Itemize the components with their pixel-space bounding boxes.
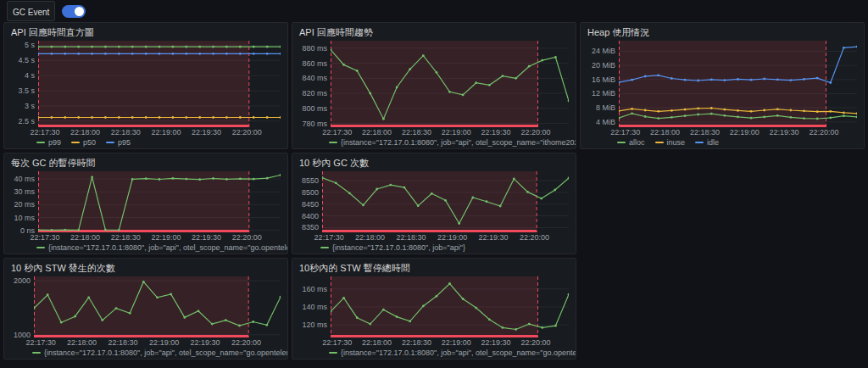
data-point (225, 116, 228, 119)
y-axis-label: 4 MiB (596, 118, 615, 126)
legend-swatch-icon (655, 142, 664, 143)
data-point (389, 184, 392, 187)
data-point (554, 325, 557, 327)
y-axis: 10002000 (9, 276, 34, 347)
y-axis-label: 2.5 s (18, 117, 35, 125)
x-axis-label: 22:18:00 (67, 338, 97, 347)
chart-canvas[interactable] (322, 171, 569, 232)
data-point (280, 296, 281, 298)
y-axis-label: 4 s (25, 71, 35, 80)
panel-title[interactable]: 10 秒內 STW 發生的次數 (4, 259, 287, 275)
data-point (51, 116, 53, 119)
chart-canvas[interactable] (34, 276, 281, 337)
data-point (488, 318, 491, 321)
x-axis-label: 22:18:30 (108, 338, 138, 347)
plot-wrap: 22:17:3022:18:0022:18:3022:19:0022:19:30… (38, 41, 281, 137)
y-axis-label: 8450 (302, 200, 319, 209)
data-point (77, 116, 80, 119)
data-point (185, 178, 187, 181)
legend-item[interactable]: {instance="172.17.0.1:8080", job="api"} (320, 243, 465, 252)
data-point (104, 116, 107, 119)
x-axis-label: 22:17:30 (322, 128, 352, 137)
chart-plot[interactable] (331, 276, 569, 337)
x-axis-label: 22:17:30 (30, 233, 59, 242)
chart-plot[interactable] (38, 41, 281, 127)
y-axis-label: 8500 (302, 188, 319, 197)
data-point (528, 323, 531, 326)
data-point (843, 112, 845, 114)
x-axis-label: 22:19:00 (151, 128, 181, 137)
y-axis: 120 ms140 ms160 ms (298, 276, 331, 347)
chart-canvas[interactable] (331, 276, 569, 337)
legend-item[interactable]: idle (695, 138, 719, 147)
panel-gc-pause-time: 每次 GC 的暫停時間 0 ns10 ms20 ms30 ms40 ms 22:… (3, 153, 288, 254)
legend-item[interactable]: p50 (71, 138, 96, 147)
x-axis-label: 22:18:30 (402, 128, 431, 137)
data-point (64, 116, 66, 119)
data-point (776, 114, 779, 117)
chart-plot[interactable] (619, 41, 857, 127)
plot-wrap: 22:17:3022:18:0022:18:3022:19:0022:19:30… (34, 276, 281, 347)
legend-item[interactable]: {instance="172.17.0.1:8080", job="api", … (32, 348, 287, 357)
data-point (856, 46, 857, 48)
data-point (159, 53, 161, 55)
data-point (77, 53, 80, 55)
data-point (843, 114, 845, 117)
data-point (436, 71, 438, 74)
y-axis-label: 16 MiB (592, 75, 615, 84)
toggle-knob-icon (75, 7, 84, 16)
panel-title[interactable]: 每次 GC 的暫停時間 (4, 153, 287, 170)
legend-item[interactable]: {instance="172.17.0.1:8080", job="api", … (329, 138, 576, 147)
x-axis-label: 22:19:00 (149, 338, 179, 347)
y-axis-label: 12 MiB (592, 89, 615, 98)
data-point (64, 229, 66, 231)
legend-label: {instance="172.17.0.1:8080", job="api", … (48, 243, 287, 252)
legend-item[interactable]: p99 (36, 138, 61, 147)
panel-gc-count: 10 秒內 GC 次數 83508400845085008550 22:17:3… (292, 153, 576, 254)
y-axis-label: 30 ms (14, 187, 35, 196)
chart-plot[interactable] (322, 171, 569, 232)
panel-title[interactable]: Heap 使用情況 (581, 23, 864, 39)
data-point (710, 107, 713, 109)
chart-plot[interactable] (34, 276, 281, 337)
x-axis: 22:17:3022:18:0022:18:3022:19:0022:19:30… (619, 127, 857, 137)
data-point (790, 109, 793, 112)
y-axis-label: 24 MiB (592, 47, 615, 55)
chart-plot[interactable] (38, 171, 281, 232)
data-point (101, 319, 103, 321)
legend-item[interactable]: inuse (655, 138, 686, 147)
legend-swatch-icon (106, 142, 114, 143)
legend-item[interactable]: {instance="172.17.0.1:8080", job="api", … (329, 348, 576, 357)
data-point (118, 53, 120, 55)
chart-canvas[interactable] (38, 171, 281, 232)
data-point (198, 53, 201, 55)
legend-item[interactable]: {instance="172.17.0.1:8080", job="api", … (36, 243, 287, 252)
panel-title[interactable]: API 回應時間直方圖 (4, 23, 287, 39)
chart-canvas[interactable] (38, 41, 281, 127)
panel-heap-usage: Heap 使用情況 4 MiB8 MiB12 MiB16 MiB20 MiB24… (580, 22, 865, 149)
gc-event-toggle[interactable] (62, 5, 86, 18)
gc-event-annotation-control[interactable]: GC Event (7, 1, 55, 21)
data-point (843, 47, 845, 49)
x-axis-label: 22:18:00 (70, 233, 100, 242)
data-point (266, 177, 269, 180)
legend-item[interactable]: alloc (617, 138, 645, 147)
panel-title[interactable]: 10 秒內 GC 次數 (292, 153, 576, 170)
panel-title[interactable]: 10秒內的 STW 暫停總時間 (292, 259, 576, 275)
chart-plot[interactable] (331, 41, 569, 127)
data-point (239, 53, 242, 55)
data-point (212, 177, 214, 180)
chart-canvas[interactable] (331, 41, 569, 127)
data-point (238, 325, 241, 327)
data-point (118, 46, 120, 48)
data-point (856, 116, 857, 119)
data-point (225, 46, 228, 48)
panel-body: 4 MiB8 MiB12 MiB16 MiB20 MiB24 MiB 22:17… (581, 39, 864, 137)
y-axis: 780 ms800 ms820 ms840 ms860 ms880 ms (298, 41, 331, 137)
x-axis-label: 22:17:30 (314, 233, 344, 242)
data-point (776, 108, 779, 110)
panel-title[interactable]: API 回應時間趨勢 (292, 23, 576, 39)
chart-canvas[interactable] (619, 41, 857, 127)
data-point (47, 293, 49, 296)
legend-item[interactable]: p95 (106, 138, 131, 147)
